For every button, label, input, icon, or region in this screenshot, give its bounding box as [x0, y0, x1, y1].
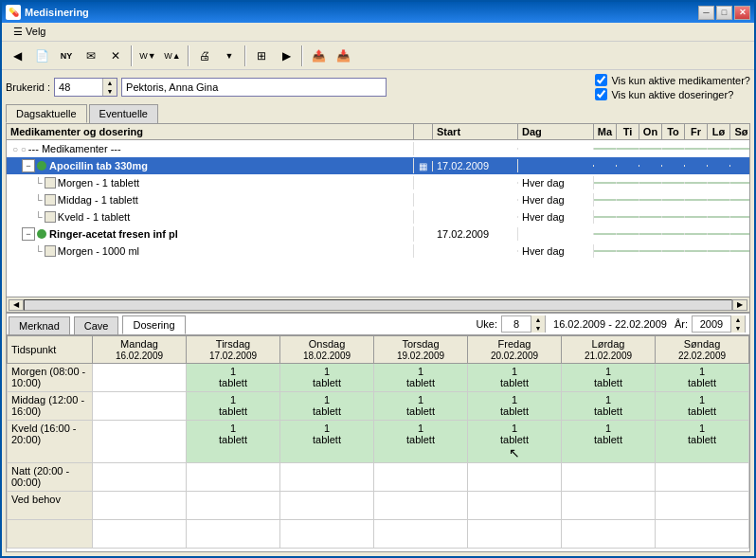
dose-cell[interactable]	[187, 463, 280, 492]
year-down-button[interactable]: ▼	[731, 324, 745, 333]
toolbar-forward-button[interactable]: ▶	[275, 45, 297, 67]
dose-cell[interactable]: 1tablett	[656, 364, 749, 392]
dose-cell[interactable]	[374, 463, 468, 492]
aktive-medikamenter-checkbox[interactable]	[595, 74, 607, 86]
tab-dosering[interactable]: Dosering	[122, 315, 185, 334]
table-row[interactable]: └ Middag - 1 tablett Hver dag	[7, 191, 749, 208]
dose-cell[interactable]	[93, 392, 187, 421]
minimize-button[interactable]: ─	[698, 6, 714, 20]
dose-cell[interactable]	[468, 463, 562, 492]
dose-cell[interactable]	[468, 520, 562, 549]
toolbar-delete-button[interactable]: ✕	[104, 45, 127, 67]
dose-cell[interactable]: 1tablett	[468, 392, 562, 421]
scroll-right-button[interactable]: ▶	[732, 299, 747, 311]
scroll-left-button[interactable]: ◀	[9, 299, 24, 311]
year-input: 2009 ▲ ▼	[692, 315, 746, 333]
dose-cell[interactable]: 1tablett	[280, 392, 374, 421]
time-cell-ved-behov: Ved behov	[8, 492, 93, 520]
dose-cell[interactable]	[374, 492, 468, 520]
dose-cell[interactable]	[93, 421, 187, 463]
maximize-button[interactable]: □	[716, 6, 732, 20]
dose-cell[interactable]: 1tablett	[468, 364, 562, 392]
dose-cell[interactable]: 1tablett	[187, 421, 280, 463]
dose-cell[interactable]	[562, 520, 656, 549]
aktive-doseringer-checkbox[interactable]	[595, 88, 607, 100]
col-medikamenter: Medikamenter og dosering	[7, 124, 414, 139]
toolbar-ny-button[interactable]: NY	[55, 45, 78, 67]
dose-cell[interactable]	[187, 520, 280, 549]
dose-cell[interactable]	[562, 492, 656, 520]
table-row[interactable]: └ Kveld - 1 tablett Hver dag	[7, 208, 749, 225]
uke-up-button[interactable]: ▲	[531, 315, 545, 324]
user-row: Brukerid : ▲ ▼ Pektoris, Anna Gina Vis k…	[6, 74, 750, 100]
dose-cell[interactable]	[93, 520, 187, 549]
dose-cell[interactable]: 1tablett	[374, 392, 468, 421]
tab-eventuelle[interactable]: Eventuelle	[89, 104, 158, 123]
toolbar-grid-button[interactable]: ⊞	[250, 45, 273, 67]
dose-cell[interactable]: 1tablett	[374, 364, 468, 392]
close-button[interactable]: ✕	[734, 6, 750, 20]
col-sondag: Søndag22.02.2009	[656, 336, 749, 364]
dose-cell[interactable]	[280, 463, 374, 492]
spinner-up[interactable]: ▲	[103, 79, 117, 87]
expand-icon[interactable]: −	[22, 227, 35, 241]
table-row[interactable]: ○ ○ --- Medikamenter ---	[7, 140, 749, 157]
tab-dagsaktuelle[interactable]: Dagsaktuelle	[6, 104, 87, 123]
spinner-down[interactable]: ▼	[103, 87, 117, 96]
dose-cell[interactable]	[656, 520, 749, 549]
dose-cell[interactable]: 1tablett	[562, 364, 656, 392]
toolbar-wdown-button[interactable]: W▼	[136, 45, 159, 67]
dose-cell[interactable]	[187, 492, 280, 520]
med-row-ti	[617, 216, 639, 218]
dose-cell[interactable]	[93, 492, 187, 520]
dose-cell[interactable]: 1tablett	[656, 421, 749, 463]
dose-cell-cursor[interactable]: 1tablett↖	[468, 421, 562, 463]
dose-cell[interactable]: 1tablett	[187, 392, 280, 421]
col-tidspunkt: Tidspunkt	[8, 336, 93, 364]
dose-cell[interactable]	[562, 463, 656, 492]
tab-merknad[interactable]: Merknad	[9, 316, 70, 334]
toolbar-printdrop-button[interactable]: ▼	[218, 45, 241, 67]
med-row-so	[730, 199, 749, 201]
time-cell-kveld: Kveld (16:00 - 20:00)	[8, 421, 93, 463]
toolbar-import-button[interactable]: 📥	[332, 45, 354, 67]
med-row-fr	[685, 199, 708, 201]
dose-cell[interactable]: 1tablett	[280, 421, 374, 463]
col-lordag: Lørdag21.02.2009	[562, 336, 656, 364]
expand-icon[interactable]: −	[22, 159, 35, 172]
dose-cell[interactable]	[374, 520, 468, 549]
dose-cell[interactable]: 1tablett	[562, 421, 656, 463]
dose-cell[interactable]	[280, 520, 374, 549]
med-row-ma	[594, 216, 617, 218]
uke-down-button[interactable]: ▼	[531, 324, 545, 333]
dose-cell[interactable]: 1tablett	[656, 392, 749, 421]
dose-cell[interactable]	[93, 364, 187, 392]
menu-item-velg[interactable]: ☰ Velg	[6, 24, 53, 40]
table-row[interactable]: └ Morgen - 1 tablett Hver dag	[7, 174, 749, 191]
tab-cave[interactable]: Cave	[74, 316, 119, 334]
toolbar-wup-button[interactable]: W▲	[161, 45, 184, 67]
toolbar-new-button[interactable]: 📄	[30, 45, 53, 67]
toolbar-back-button[interactable]: ◀	[6, 45, 28, 67]
med-row-name: └ Morgen - 1 tablett	[7, 176, 414, 189]
dose-cell[interactable]: 1tablett	[187, 364, 280, 392]
year-up-button[interactable]: ▲	[731, 315, 745, 324]
med-row-to	[662, 148, 685, 150]
horizontal-scrollbar[interactable]	[24, 299, 732, 311]
dose-cell[interactable]: 1tablett	[562, 392, 656, 421]
user-id-input[interactable]	[55, 81, 102, 94]
toolbar-export-button[interactable]: 📤	[307, 45, 330, 67]
dose-cell[interactable]	[280, 492, 374, 520]
table-row[interactable]: − Ringer-acetat fresen inf pl 17.02.2009	[7, 225, 749, 243]
table-row[interactable]: └ Morgen - 1000 ml Hver dag	[7, 243, 749, 260]
table-row[interactable]: − Apocillin tab 330mg ▦ 17.02.2009	[7, 157, 749, 174]
dose-cell[interactable]: 1tablett	[374, 421, 468, 463]
checkboxes-area: Vis kun aktive medikamenter? Vis kun akt…	[595, 74, 750, 100]
toolbar-mail-button[interactable]: ✉	[80, 45, 102, 67]
dose-cell[interactable]	[656, 492, 749, 520]
dose-cell[interactable]: 1tablett	[280, 364, 374, 392]
toolbar-print-button[interactable]: 🖨	[193, 45, 216, 67]
dose-cell[interactable]	[468, 492, 562, 520]
dose-cell[interactable]	[93, 463, 187, 492]
dose-cell[interactable]	[656, 463, 749, 492]
